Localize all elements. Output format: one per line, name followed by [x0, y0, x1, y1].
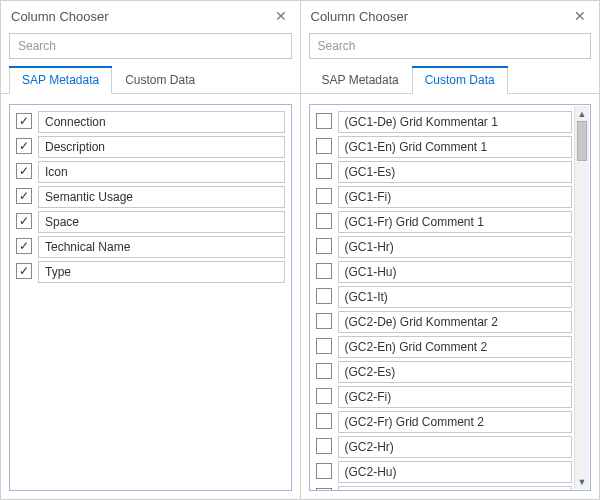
checkbox[interactable]: [16, 263, 32, 279]
list-item: Description: [16, 136, 285, 158]
content-area: (GC1-De) Grid Kommentar 1(GC1-En) Grid C…: [301, 94, 600, 499]
list-item: (GC1-It): [316, 286, 573, 308]
checkbox[interactable]: [316, 263, 332, 279]
list-item: (GC1-Hr): [316, 236, 573, 258]
column-label[interactable]: (GC2-En) Grid Comment 2: [338, 336, 573, 358]
list-item: Connection: [16, 111, 285, 133]
checkbox[interactable]: [16, 213, 32, 229]
checkbox[interactable]: [316, 213, 332, 229]
checkbox[interactable]: [316, 163, 332, 179]
tab-sap-metadata[interactable]: SAP Metadata: [9, 66, 112, 94]
column-list: (GC1-De) Grid Kommentar 1(GC1-En) Grid C…: [309, 104, 592, 491]
list-item: (GC2-It): [316, 486, 573, 491]
scrollbar[interactable]: ▲ ▼: [574, 106, 589, 489]
column-label[interactable]: (GC1-It): [338, 286, 573, 308]
dialog-title: Column Chooser: [311, 9, 409, 24]
list-item: (GC2-De) Grid Kommentar 2: [316, 311, 573, 333]
titlebar: Column Chooser ✕: [301, 1, 600, 29]
list-item: (GC2-En) Grid Comment 2: [316, 336, 573, 358]
column-label[interactable]: (GC1-Fi): [338, 186, 573, 208]
titlebar: Column Chooser ✕: [1, 1, 300, 29]
list-item: (GC2-Hr): [316, 436, 573, 458]
column-chooser-dialog-right: Column Chooser ✕ SAP Metadata Custom Dat…: [301, 0, 601, 500]
list-item: (GC1-Es): [316, 161, 573, 183]
scroll-up-icon[interactable]: ▲: [575, 106, 589, 121]
column-label[interactable]: Icon: [38, 161, 285, 183]
checkbox[interactable]: [16, 163, 32, 179]
column-label[interactable]: (GC1-En) Grid Comment 1: [338, 136, 573, 158]
checkbox[interactable]: [316, 288, 332, 304]
column-label[interactable]: (GC1-Hr): [338, 236, 573, 258]
list-item: (GC1-Fi): [316, 186, 573, 208]
list-item: (GC2-Fi): [316, 386, 573, 408]
column-label[interactable]: Semantic Usage: [38, 186, 285, 208]
close-icon[interactable]: ✕: [571, 7, 589, 25]
column-label[interactable]: (GC2-Fi): [338, 386, 573, 408]
column-label[interactable]: (GC2-Hu): [338, 461, 573, 483]
checkbox[interactable]: [316, 188, 332, 204]
list-item: (GC2-Es): [316, 361, 573, 383]
dialog-title: Column Chooser: [11, 9, 109, 24]
tab-bar: SAP Metadata Custom Data: [1, 65, 300, 94]
checkbox[interactable]: [316, 363, 332, 379]
column-label[interactable]: (GC1-Fr) Grid Comment 1: [338, 211, 573, 233]
checkbox[interactable]: [316, 488, 332, 491]
checkbox[interactable]: [16, 238, 32, 254]
column-label[interactable]: Type: [38, 261, 285, 283]
search-wrap: [301, 29, 600, 65]
column-label[interactable]: (GC1-Hu): [338, 261, 573, 283]
checkbox[interactable]: [316, 338, 332, 354]
list-item: (GC2-Hu): [316, 461, 573, 483]
column-label[interactable]: (GC2-Fr) Grid Comment 2: [338, 411, 573, 433]
column-label[interactable]: Space: [38, 211, 285, 233]
scroll-down-icon[interactable]: ▼: [575, 474, 589, 489]
content-area: ConnectionDescriptionIconSemantic UsageS…: [1, 94, 300, 499]
column-label[interactable]: (GC2-De) Grid Kommentar 2: [338, 311, 573, 333]
list-item: (GC1-Fr) Grid Comment 1: [316, 211, 573, 233]
column-label[interactable]: (GC2-It): [338, 486, 573, 491]
checkbox[interactable]: [16, 188, 32, 204]
search-input[interactable]: [309, 33, 592, 59]
checkbox[interactable]: [316, 313, 332, 329]
column-label[interactable]: Description: [38, 136, 285, 158]
checkbox[interactable]: [316, 438, 332, 454]
list-item: (GC1-En) Grid Comment 1: [316, 136, 573, 158]
checkbox[interactable]: [316, 388, 332, 404]
list-item: Technical Name: [16, 236, 285, 258]
column-label[interactable]: Connection: [38, 111, 285, 133]
column-label[interactable]: (GC1-De) Grid Kommentar 1: [338, 111, 573, 133]
list-item: (GC2-Fr) Grid Comment 2: [316, 411, 573, 433]
tab-custom-data[interactable]: Custom Data: [412, 66, 508, 94]
checkbox[interactable]: [16, 138, 32, 154]
checkbox[interactable]: [316, 113, 332, 129]
search-wrap: [1, 29, 300, 65]
column-label[interactable]: (GC2-Hr): [338, 436, 573, 458]
column-label[interactable]: (GC1-Es): [338, 161, 573, 183]
column-chooser-dialog-left: Column Chooser ✕ SAP Metadata Custom Dat…: [0, 0, 301, 500]
scroll-track[interactable]: [575, 121, 589, 474]
column-label[interactable]: Technical Name: [38, 236, 285, 258]
checkbox[interactable]: [316, 138, 332, 154]
checkbox[interactable]: [16, 113, 32, 129]
tab-bar: SAP Metadata Custom Data: [301, 65, 600, 94]
list-item: Semantic Usage: [16, 186, 285, 208]
list-item: (GC1-De) Grid Kommentar 1: [316, 111, 573, 133]
list-item: (GC1-Hu): [316, 261, 573, 283]
search-input[interactable]: [9, 33, 292, 59]
checkbox[interactable]: [316, 238, 332, 254]
column-label[interactable]: (GC2-Es): [338, 361, 573, 383]
close-icon[interactable]: ✕: [272, 7, 290, 25]
list-item: Space: [16, 211, 285, 233]
list-item: Type: [16, 261, 285, 283]
tab-sap-metadata[interactable]: SAP Metadata: [309, 66, 412, 94]
scroll-thumb[interactable]: [577, 121, 587, 161]
column-list: ConnectionDescriptionIconSemantic UsageS…: [9, 104, 292, 491]
tab-custom-data[interactable]: Custom Data: [112, 66, 208, 94]
list-item: Icon: [16, 161, 285, 183]
checkbox[interactable]: [316, 463, 332, 479]
checkbox[interactable]: [316, 413, 332, 429]
